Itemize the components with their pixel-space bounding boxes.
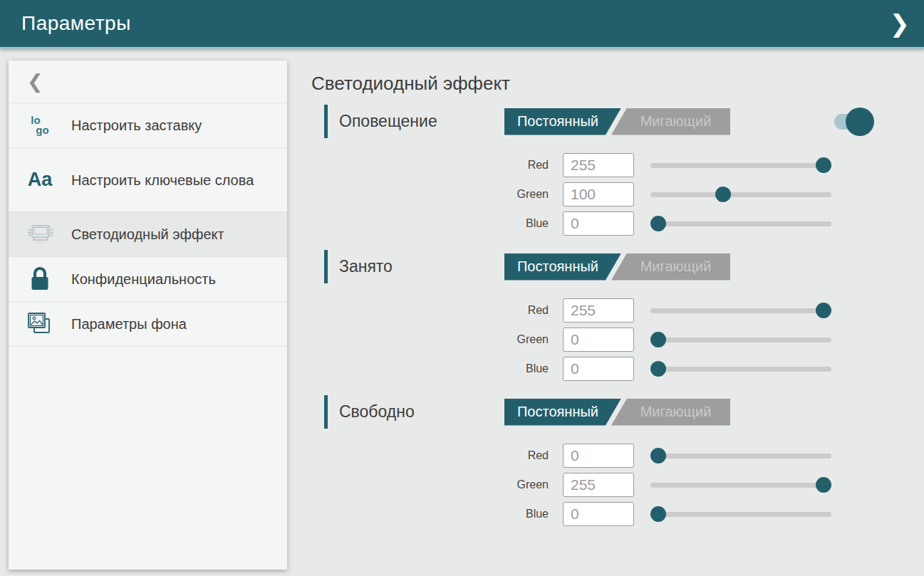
mode-segment-blinking[interactable]: Мигающий (611, 399, 730, 426)
red-slider[interactable] (650, 448, 831, 464)
rgb-row-green: Green (311, 328, 846, 352)
sidebar-item-background[interactable]: Параметры фона (9, 302, 287, 347)
chevron-left-icon[interactable]: ❮ (27, 70, 43, 93)
sidebar: ❮ lo go Настроить заставку Aa Настроить … (9, 61, 287, 570)
section-accent-bar (324, 250, 328, 283)
slider-track (650, 192, 831, 197)
rgb-channel-label: Red (311, 159, 563, 172)
blue-slider[interactable] (650, 361, 831, 377)
rgb-row-blue: Blue (311, 211, 846, 236)
led-effect-icon (9, 221, 71, 248)
mode-segment-constant[interactable]: Постоянный (504, 399, 621, 426)
green-slider-thumb[interactable] (715, 187, 731, 202)
main-panel: Светодиодный эффект Оповещение Постоянны… (287, 49, 924, 574)
chevron-right-icon[interactable]: ❯ (890, 11, 910, 36)
slider-track (650, 221, 831, 226)
sidebar-item-led-effect[interactable]: Светодиодный эффект (9, 212, 287, 257)
rgb-rows: Red Green Blue (311, 153, 846, 236)
red-slider-thumb[interactable] (650, 448, 666, 464)
main-title: Светодиодный эффект (311, 73, 846, 95)
lock-icon (9, 265, 71, 293)
enable-toggle[interactable] (834, 107, 874, 137)
green-slider[interactable] (650, 477, 831, 493)
led-section-2: Занято Постоянный Мигающий Red Green (311, 250, 846, 381)
mode-segment-blinking[interactable]: Мигающий (611, 108, 730, 135)
keywords-icon: Aa (9, 169, 71, 191)
mode-segment-blinking[interactable]: Мигающий (611, 253, 730, 281)
rgb-channel-label: Green (311, 333, 563, 346)
slider-track (650, 483, 831, 488)
rgb-row-green: Green (311, 473, 846, 497)
rgb-rows: Red Green Blue (311, 444, 846, 526)
sidebar-back-row: ❮ (9, 61, 287, 103)
green-value-input[interactable] (563, 182, 634, 206)
section-title-group: Свободно (311, 395, 504, 429)
section-header: Свободно Постоянный Мигающий (311, 395, 846, 429)
section-title-group: Занято (311, 250, 504, 283)
section-header: Занято Постоянный Мигающий (311, 250, 846, 283)
sidebar-item-keywords[interactable]: Aa Настроить ключевые слова (9, 148, 287, 212)
sidebar-item-label: Светодиодный эффект (71, 225, 224, 244)
led-section-1: Оповещение Постоянный Мигающий Red Green (311, 105, 846, 236)
app-header: Параметры ❯ (0, 0, 924, 49)
green-slider-thumb[interactable] (816, 477, 831, 493)
slider-track (650, 163, 831, 168)
red-slider[interactable] (650, 303, 831, 318)
red-slider-thumb[interactable] (816, 303, 831, 318)
mode-segmented-control: Постоянный Мигающий (504, 108, 730, 135)
rgb-channel-label: Green (311, 478, 563, 491)
rgb-row-red: Red (311, 153, 846, 177)
toggle-knob (846, 108, 874, 136)
rgb-row-green: Green (311, 182, 846, 206)
section-name: Оповещение (339, 112, 437, 131)
blue-value-input[interactable] (563, 357, 634, 381)
rgb-channel-label: Blue (311, 508, 563, 520)
background-images-icon (9, 310, 71, 338)
rgb-channel-label: Red (311, 449, 563, 462)
rgb-row-blue: Blue (311, 357, 846, 381)
blue-value-input[interactable] (563, 502, 634, 526)
rgb-row-red: Red (311, 298, 846, 323)
blue-slider-thumb[interactable] (650, 506, 666, 522)
rgb-row-red: Red (311, 444, 846, 468)
sidebar-item-label: Настроить заставку (71, 116, 202, 135)
section-name: Свободно (339, 402, 415, 421)
section-header: Оповещение Постоянный Мигающий (311, 105, 846, 138)
green-value-input[interactable] (563, 328, 634, 352)
sidebar-item-label: Настроить ключевые слова (71, 171, 254, 189)
slider-track (650, 512, 831, 517)
rgb-rows: Red Green Blue (311, 298, 846, 381)
sidebar-item-label: Конфиденциальность (71, 270, 216, 288)
sidebar-item-privacy[interactable]: Конфиденциальность (9, 257, 287, 302)
blue-slider-thumb[interactable] (650, 361, 666, 377)
slider-track (650, 454, 831, 459)
mode-segment-constant[interactable]: Постоянный (504, 253, 621, 281)
rgb-channel-label: Red (311, 304, 563, 317)
rgb-channel-label: Blue (311, 217, 563, 230)
section-accent-bar (324, 105, 328, 138)
mode-segmented-control: Постоянный Мигающий (504, 253, 730, 281)
slider-track (650, 308, 831, 313)
red-value-input[interactable] (563, 298, 634, 323)
red-value-input[interactable] (563, 444, 634, 468)
led-section-3: Свободно Постоянный Мигающий Red Green (311, 395, 846, 526)
slider-track (650, 367, 831, 372)
sidebar-item-splash-screen[interactable]: lo go Настроить заставку (9, 103, 287, 148)
green-slider-thumb[interactable] (650, 332, 666, 347)
slider-track (650, 337, 831, 342)
green-slider[interactable] (650, 187, 831, 202)
mode-segment-constant[interactable]: Постоянный (504, 108, 621, 135)
green-value-input[interactable] (563, 473, 634, 497)
blue-slider[interactable] (650, 506, 831, 522)
red-slider[interactable] (650, 157, 831, 173)
blue-value-input[interactable] (563, 211, 634, 236)
blue-slider[interactable] (650, 216, 831, 231)
blue-slider-thumb[interactable] (650, 216, 666, 231)
red-slider-thumb[interactable] (816, 157, 831, 173)
red-value-input[interactable] (563, 153, 634, 177)
green-slider[interactable] (650, 332, 831, 347)
section-name: Занято (339, 257, 393, 276)
rgb-channel-label: Green (311, 188, 563, 201)
sidebar-item-label: Параметры фона (71, 315, 187, 333)
logo-icon: lo go (9, 115, 71, 135)
